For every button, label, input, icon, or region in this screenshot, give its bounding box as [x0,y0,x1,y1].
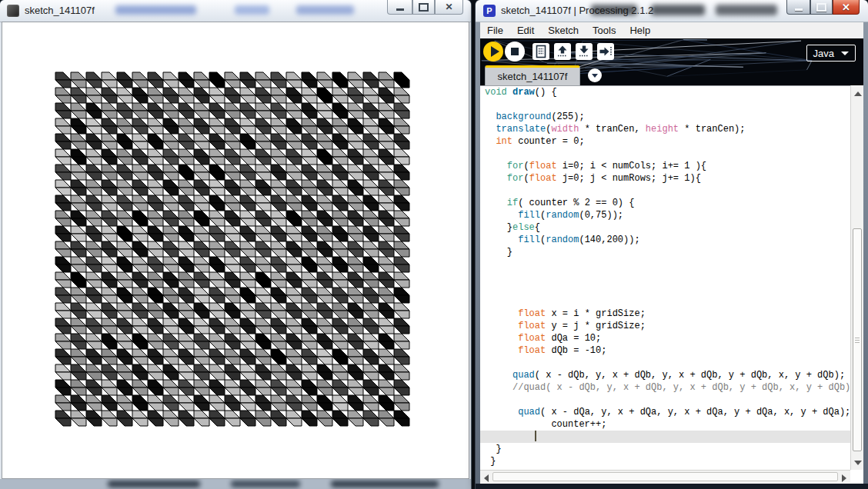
close-icon: ✕ [445,2,452,12]
menu-sketch[interactable]: Sketch [541,22,586,38]
code-line [480,283,850,295]
close-icon: ✕ [842,2,850,12]
sketch-output-window: sketch_141107f ✕ [0,0,471,489]
maximize-button[interactable] [810,0,833,15]
code-line: } [480,443,850,455]
tab-sketch[interactable]: sketch_141107f [485,65,580,85]
code-line: } [480,246,850,258]
code-line: float x = i * gridSize; [480,308,850,320]
maximize-button[interactable] [412,0,435,15]
processing-ide-window: P sketch_141107f | Processing 2.1.2 ✕ Fi… [476,0,868,489]
sketch-canvas-area [2,22,469,479]
code-editor[interactable]: void draw() { background(255); translate… [480,85,850,470]
new-sketch-button[interactable] [532,43,549,60]
scroll-right-arrow-icon[interactable] [842,474,846,482]
glass-blur-decoration [716,5,777,15]
stop-button[interactable] [505,42,525,62]
glass-blur-decoration [231,481,300,487]
glass-blur-decoration [296,5,354,15]
code-line: float dQb = -10; [480,344,850,357]
maximize-icon [816,3,826,12]
code-line: quad( x - dQa, y, x + dQa, y, x + dQa, y… [480,406,850,418]
code-line: for(float i=0; i < numCols; i+= 1 ){ [480,160,850,172]
menubar: File Edit Sketch Tools Help [480,22,863,39]
minimize-button[interactable] [786,0,810,15]
sketch-window-titlebar[interactable]: sketch_141107f ✕ [0,0,471,22]
glass-blur-decoration [651,5,705,15]
open-arrow-icon [554,43,571,60]
menu-help[interactable]: Help [623,22,657,38]
scroll-left-arrow-icon[interactable] [484,474,489,482]
code-line: int counter = 0; [480,135,850,148]
tab-menu-button[interactable] [588,68,602,82]
mode-selector[interactable]: Java [806,45,856,62]
code-line [480,431,850,443]
save-button[interactable] [576,43,593,60]
code-line: for(float j=0; j < numRows; j+= 1){ [480,172,850,185]
minimize-icon [396,8,404,11]
code-line: }else{ [480,221,850,234]
ide-window-titlebar[interactable]: P sketch_141107f | Processing 2.1.2 ✕ [476,0,868,22]
chevron-down-icon [592,74,598,78]
code-line: counter++; [480,418,850,431]
sketch-window-bottom-frame [0,479,471,489]
glass-blur-decoration [235,5,269,15]
code-line: void draw() { [480,86,850,98]
code-line [480,98,850,111]
code-line [480,394,850,406]
ide-window-bottom-frame [476,484,868,489]
code-line: //quad( x - dQb, y, x + dQb, y, x + dQb,… [480,381,850,394]
menu-file[interactable]: File [480,22,510,38]
code-line: background(255); [480,111,850,123]
code-line: fill(random(0,75)); [480,209,850,221]
text-caret [535,431,536,441]
code-line [480,295,850,308]
ide-content: File Edit Sketch Tools Help [480,22,863,484]
scroll-up-arrow-icon[interactable] [854,91,862,96]
processing-app-icon: P [483,5,496,17]
maximize-icon [419,3,429,12]
glass-blur-decoration [115,5,196,15]
close-button[interactable]: ✕ [833,0,860,15]
minimize-icon [795,8,803,11]
mode-label: Java [813,48,834,59]
vertical-scrollbar[interactable] [850,85,863,470]
code-line [480,357,850,369]
glass-blur-decoration [108,481,200,487]
sketch-window-title: sketch_141107f [25,5,95,16]
code-line: float y = j * gridSize; [480,320,850,332]
thumb-grip-icon [855,340,860,341]
export-button[interactable] [597,43,614,60]
code-line: float dQa = 10; [480,332,850,344]
export-arrow-icon [597,43,614,60]
code-line: } [480,455,850,467]
code-line [480,271,850,283]
code-line [480,148,850,160]
code-line: quad( x - dQb, y, x + dQb, y, x + dQb, y… [480,369,850,381]
desktop: sketch_141107f ✕ P sketch_ [0,0,868,489]
quad-pattern-canvas [2,22,469,478]
menu-tools[interactable]: Tools [586,22,623,38]
vertical-scrollbar-thumb[interactable] [853,228,862,451]
minimize-button[interactable] [387,0,412,15]
code-line: fill(random(140,200)); [480,234,850,246]
scroll-down-arrow-icon[interactable] [854,461,862,465]
code-line: if( counter % 2 == 0) { [480,197,850,209]
menu-edit[interactable]: Edit [510,22,541,38]
open-button[interactable] [554,43,571,60]
new-document-icon [532,43,549,60]
ide-window-title: sketch_141107f | Processing 2.1.2 [501,5,653,16]
tab-label: sketch_141107f [498,71,568,82]
glass-blur-decoration [331,481,439,487]
horizontal-scrollbar-thumb[interactable] [492,472,838,481]
toolbar: Java [480,38,863,65]
close-button[interactable]: ✕ [435,0,463,15]
run-button[interactable] [483,42,503,62]
sketch-app-icon [7,5,19,17]
code-line [480,258,850,271]
chevron-down-icon [841,52,849,55]
save-arrow-icon [576,43,593,60]
horizontal-scrollbar[interactable] [480,470,850,483]
code-line: translate(width * tranCen, height * tran… [480,123,850,135]
play-icon [491,46,499,57]
